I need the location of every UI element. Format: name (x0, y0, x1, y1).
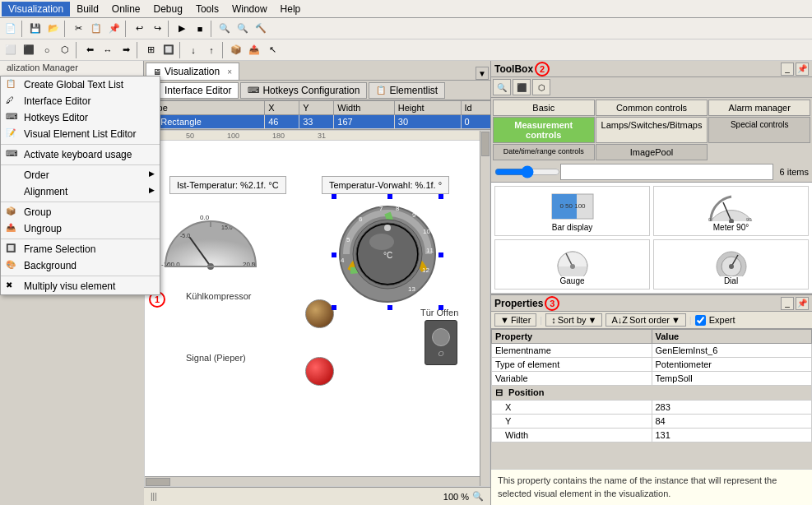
menu-window[interactable]: Window (225, 2, 274, 16)
toolbar-paste[interactable]: 📌 (105, 21, 123, 37)
toolbox-item-gauge-3[interactable]: Gauge (494, 239, 650, 290)
toolbar-r3[interactable]: ○ (38, 42, 56, 58)
menu-visualization[interactable]: Visualization (2, 2, 70, 16)
table-row[interactable]: #0 Rectangle 46 33 167 30 0 GenEl (145, 115, 491, 129)
toolbox-search[interactable] (560, 164, 773, 180)
potentiometer[interactable]: °C 4 5 6 7 8 9 10 11 12 13 (334, 197, 441, 308)
toolbar-run[interactable]: ▶ (173, 21, 191, 37)
properties-minimize-btn[interactable]: _ (781, 297, 794, 310)
viz-tab-close[interactable]: × (227, 67, 232, 76)
subtab-elementlist[interactable]: 📋 Elementlist (369, 82, 445, 99)
cat-special[interactable]: Special controls (708, 117, 810, 143)
canvas-area[interactable]: 50 100 180 31 1 Ist-Temperatur: %2.1f. °… (144, 130, 490, 487)
gauge-left[interactable]: -100.0 0.0 20.0 -5.0 15.0 (157, 201, 264, 275)
toolbar-redo[interactable]: ↪ (148, 21, 166, 37)
position-collapse-icon[interactable]: ⊟ (495, 387, 503, 397)
toolbox-icon-1[interactable]: 🔍 (493, 79, 511, 95)
text-temp-vorwahl[interactable]: Temperatur-Vorwahl: %.1f. ° (322, 176, 449, 194)
toolbox-icon-2[interactable]: ⬛ (513, 79, 531, 95)
cat-measurement[interactable]: Measurement controls (493, 117, 595, 143)
toolbar-stop[interactable]: ■ (191, 21, 209, 37)
prop-row-elementname[interactable]: Elementname GenElemInst_6 (492, 344, 812, 358)
menu-multiply-visu[interactable]: ✖ Multiply visu element (1, 278, 160, 294)
subtab-hotkeys[interactable]: ⌨ Hotkeys Configuration (240, 82, 367, 99)
properties-pin-btn[interactable]: 📌 (796, 297, 809, 310)
scrollbar-v-canvas[interactable] (480, 131, 490, 486)
prop-row-type[interactable]: Type of element Potentiometer (492, 358, 812, 372)
toolbar-build[interactable]: 🔨 (252, 21, 270, 37)
indicator-kuhlkompressor[interactable] (305, 299, 334, 328)
cat-basic[interactable]: Basic (493, 100, 595, 116)
menu-frame-selection[interactable]: 🔲 Frame Selection (1, 241, 160, 257)
menu-group[interactable]: 📦 Group (1, 204, 160, 220)
menu-help[interactable]: Help (274, 2, 308, 16)
scrollbar-h-thumb[interactable] (146, 478, 170, 486)
toolbox-item-gauge-4[interactable]: Dial (653, 239, 809, 290)
cat-datetime[interactable]: Date/time/range controls (493, 144, 595, 160)
expert-checkbox[interactable] (695, 315, 706, 326)
menu-background[interactable]: 🎨 Background (1, 257, 160, 274)
toolbox-item-meter-90[interactable]: 0 90 Meter 90° (653, 186, 809, 236)
toolbar-new[interactable]: 📄 (2, 21, 20, 37)
menu-tools[interactable]: Tools (189, 2, 225, 16)
menu-build[interactable]: Build (70, 2, 105, 16)
sort-order-btn[interactable]: A↓Z Sort order ▼ (606, 313, 685, 327)
prop-row-x[interactable]: X 283 (492, 401, 812, 415)
menu-debug[interactable]: Debug (147, 2, 189, 16)
properties-scroll[interactable]: Property Value Elementname GenElemInst_6… (491, 329, 812, 469)
label-signal-pieper: Signal (Pieper) (186, 353, 246, 363)
menu-ungroup[interactable]: 📤 Ungroup (1, 220, 160, 237)
menu-hotkeys-editor[interactable]: ⌨ Hotkeys Editor (1, 109, 160, 126)
toolbar-snap[interactable]: 🔲 (160, 42, 178, 58)
handle-tr (438, 194, 443, 199)
toolbox-minimize-btn[interactable]: _ (781, 63, 794, 76)
toolbar-undo[interactable]: ↩ (130, 21, 148, 37)
toolbar-cut[interactable]: ✂ (69, 21, 87, 37)
toolbar-r1[interactable]: ⬜ (2, 42, 20, 58)
toolbar-align-right[interactable]: ➡ (117, 42, 135, 58)
cat-common-controls[interactable]: Common controls (596, 100, 708, 116)
toolbar-r4[interactable]: ⬡ (56, 42, 74, 58)
toolbar-align-left[interactable]: ⬅ (81, 42, 99, 58)
cat-imagepool[interactable]: ImagePool (596, 144, 708, 160)
prop-row-width[interactable]: Width 131 (492, 429, 812, 442)
scrollbar-thumb[interactable] (481, 132, 490, 156)
filter-btn[interactable]: ▼ Filter (494, 313, 536, 327)
prop-row-variable[interactable]: Variable TempSoll (492, 372, 812, 386)
menu-order[interactable]: Order (1, 167, 160, 183)
toolbox-item-bar-display[interactable]: 0 50 100 Bar display (494, 186, 650, 236)
scrollbar-h-canvas[interactable] (145, 476, 480, 486)
toolbar-select[interactable]: ↖ (263, 42, 281, 58)
menu-create-global-text[interactable]: 📋 Create Global Text List (1, 76, 160, 93)
item-count: 6 items (780, 167, 809, 177)
sidebar-alization-manager[interactable]: alization Manager (0, 61, 143, 74)
toolbar-group[interactable]: 📦 (227, 42, 245, 58)
text-ist-temp[interactable]: Ist-Temperatur: %2.1f. °C (169, 176, 286, 194)
toolbox-icon-3[interactable]: ⬡ (532, 79, 550, 95)
toolbar-r2[interactable]: ⬛ (20, 42, 38, 58)
toolbox-pin-btn[interactable]: 📌 (796, 63, 809, 76)
tab-dropdown-btn[interactable]: ▼ (476, 67, 489, 80)
toolbar-zoom-in[interactable]: 🔍 (216, 21, 234, 37)
toolbar-ungroup[interactable]: 📤 (245, 42, 263, 58)
menu-alignment[interactable]: Alignment (1, 183, 160, 200)
indicator-signal[interactable] (305, 357, 334, 386)
toolbar-open[interactable]: 📂 (44, 21, 63, 37)
toolbar-save[interactable]: 💾 (26, 21, 44, 37)
switch-tur-offen[interactable]: O (425, 320, 457, 365)
cat-lamps[interactable]: Lamps/Switches/Bitmaps (596, 117, 708, 143)
toolbar-copy[interactable]: 📋 (87, 21, 105, 37)
menu-online[interactable]: Online (105, 2, 147, 16)
menu-activate-keyboard[interactable]: ⌨ Activate keyboard usage (1, 146, 160, 163)
toolbar-send-back[interactable]: ↓ (184, 42, 202, 58)
toolbar-align-center[interactable]: ↔ (99, 42, 117, 58)
toolbox-slider[interactable] (494, 165, 560, 178)
toolbar-zoom-out[interactable]: 🔍 (234, 21, 252, 37)
cat-alarm[interactable]: Alarm manager (708, 100, 810, 116)
menu-interface-editor[interactable]: 🖊 Interface Editor (1, 93, 160, 109)
sort-by-btn[interactable]: ↕ Sort by ▼ (545, 313, 602, 327)
prop-row-y[interactable]: Y 84 (492, 415, 812, 429)
toolbar-grid[interactable]: ⊞ (142, 42, 160, 58)
toolbar-bring-front[interactable]: ↑ (202, 42, 220, 58)
menu-visual-element-list[interactable]: 📝 Visual Element List Editor (1, 126, 160, 142)
